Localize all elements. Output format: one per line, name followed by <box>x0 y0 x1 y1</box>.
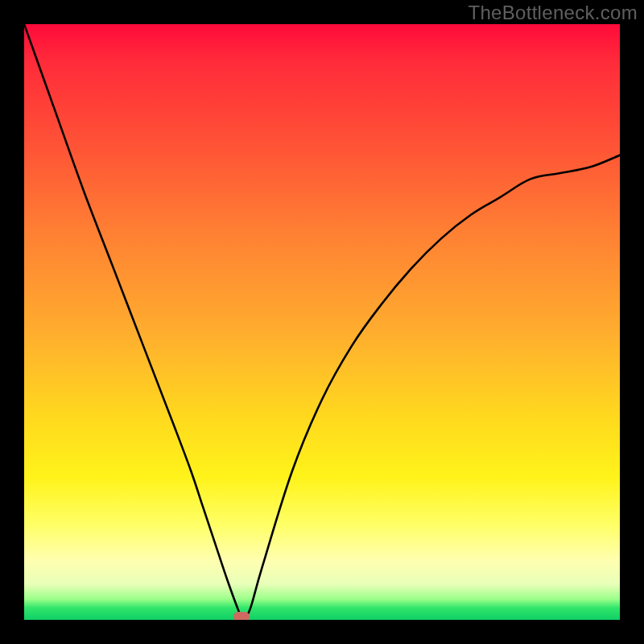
watermark: TheBottleneck.com <box>468 2 638 24</box>
curve-svg <box>24 24 620 620</box>
optimum-marker <box>233 612 250 620</box>
plot-area <box>24 24 620 620</box>
bottleneck-curve <box>24 24 620 619</box>
chart-frame: TheBottleneck.com <box>0 0 644 644</box>
